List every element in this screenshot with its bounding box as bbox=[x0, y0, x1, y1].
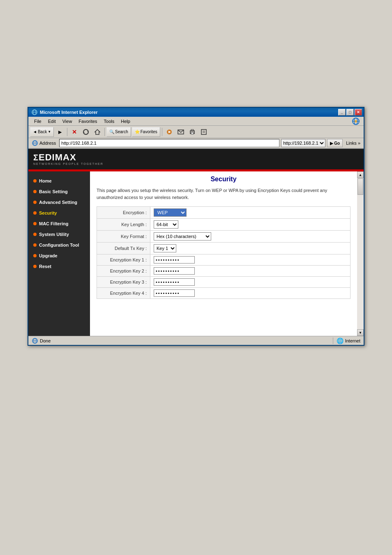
close-button[interactable]: ✕ bbox=[355, 109, 362, 116]
favorites-label: Favorites bbox=[141, 130, 157, 134]
page-title: Security bbox=[97, 176, 350, 183]
enc-key1-value-cell bbox=[150, 254, 350, 266]
browser-content: ΣEDIMAX NETWORKING PEOPLE TOGETHER Home … bbox=[28, 149, 364, 336]
enc-key4-value-cell bbox=[150, 288, 350, 299]
enc-key4-row: Encryption Key 4 : bbox=[97, 288, 350, 299]
favorites-icon: ⭐ bbox=[135, 130, 140, 134]
sidebar-item-security[interactable]: Security bbox=[28, 208, 90, 218]
enc-key1-label: Encryption Key 1 : bbox=[97, 254, 150, 266]
edimax-header: ΣEDIMAX NETWORKING PEOPLE TOGETHER bbox=[28, 149, 364, 169]
menu-edit[interactable]: Edit bbox=[46, 118, 58, 125]
toolbar-separator-2 bbox=[104, 128, 105, 136]
toolbar: ◄ Back ▼ ► ✕ 🔍 Search ⭐ Favorite bbox=[28, 126, 364, 138]
enc-key1-input[interactable] bbox=[154, 256, 195, 264]
sidebar-dot-mac bbox=[33, 222, 37, 225]
menu-tools[interactable]: Tools bbox=[101, 118, 117, 125]
content-area: Security This page allows you setup the … bbox=[90, 171, 357, 336]
sidebar-dot-basic bbox=[33, 190, 37, 193]
back-arrow-icon: ◄ bbox=[33, 130, 37, 134]
maximize-button[interactable]: □ bbox=[346, 109, 354, 116]
address-bar: Address http://192.168.2.1 ▶ Go Links » bbox=[28, 138, 364, 149]
stop-button[interactable]: ✕ bbox=[69, 127, 80, 137]
sidebar-label-upgrade: Upgrade bbox=[39, 253, 58, 258]
scroll-up-button[interactable]: ▲ bbox=[357, 171, 364, 178]
key-length-row: Key Length : 64-bit 128-bit bbox=[97, 219, 350, 231]
minimize-button[interactable]: _ bbox=[338, 109, 346, 116]
address-text-label: Address bbox=[39, 141, 56, 146]
enc-key2-label: Encryption Key 2 : bbox=[97, 266, 150, 277]
sidebar-label-security: Security bbox=[39, 210, 57, 215]
enc-key2-row: Encryption Key 2 : bbox=[97, 266, 350, 277]
back-label: Back bbox=[38, 130, 47, 134]
edimax-logo: ΣEDIMAX NETWORKING PEOPLE TOGETHER bbox=[33, 153, 104, 165]
search-label: Search bbox=[115, 130, 128, 134]
sidebar-item-upgrade[interactable]: Upgrade bbox=[28, 250, 90, 261]
encryption-select[interactable]: WEP None WPA bbox=[154, 208, 187, 217]
enc-key3-value-cell bbox=[150, 277, 350, 288]
status-bar: Done 🌐 Internet bbox=[28, 336, 364, 345]
scroll-down-button[interactable]: ▼ bbox=[357, 329, 364, 336]
enc-key3-label: Encryption Key 3 : bbox=[97, 277, 150, 288]
title-bar-controls: _ □ ✕ bbox=[338, 109, 362, 116]
sidebar-item-config-tool[interactable]: Configuration Tool bbox=[28, 240, 90, 250]
edimax-brand-name: EDIMAX bbox=[39, 152, 76, 162]
key-format-select[interactable]: Hex (10 characters) ASCII (5 characters) bbox=[154, 232, 211, 240]
svg-marker-9 bbox=[95, 130, 100, 134]
home-button[interactable] bbox=[92, 127, 103, 137]
go-button[interactable]: ▶ Go bbox=[327, 139, 343, 147]
scroll-thumb[interactable] bbox=[357, 178, 363, 195]
search-button[interactable]: 🔍 Search bbox=[106, 127, 131, 137]
menu-view[interactable]: View bbox=[60, 118, 75, 125]
enc-key3-row: Encryption Key 3 : bbox=[97, 277, 350, 288]
menu-help[interactable]: Help bbox=[118, 118, 133, 125]
menu-file[interactable]: File bbox=[32, 118, 44, 125]
enc-key2-input[interactable] bbox=[154, 267, 195, 275]
sidebar-label-home: Home bbox=[39, 178, 52, 183]
edimax-tagline: NETWORKING PEOPLE TOGETHER bbox=[33, 162, 104, 165]
key-format-row: Key Format : Hex (10 characters) ASCII (… bbox=[97, 231, 350, 243]
default-tx-key-select[interactable]: Key 1 Key 2 Key 3 Key 4 bbox=[154, 244, 176, 252]
key-length-select[interactable]: 64-bit 128-bit bbox=[154, 220, 178, 229]
sidebar-label-advanced: Advanced Setting bbox=[39, 200, 77, 205]
scrollbar: ▲ ▼ bbox=[357, 171, 364, 336]
sidebar-label-basic: Basic Setting bbox=[39, 189, 68, 194]
address-input[interactable] bbox=[59, 139, 279, 147]
sidebar-label-system: System Utility bbox=[39, 232, 69, 237]
sidebar-item-system-utility[interactable]: System Utility bbox=[28, 229, 90, 240]
links-button[interactable]: Links » bbox=[344, 141, 362, 146]
media-button[interactable] bbox=[164, 127, 175, 137]
mail-button[interactable] bbox=[175, 127, 186, 137]
status-page-icon bbox=[32, 338, 38, 344]
encryption-value-cell: WEP None WPA bbox=[150, 207, 350, 219]
default-tx-key-row: Default Tx Key : Key 1 Key 2 Key 3 Key 4 bbox=[97, 243, 350, 254]
sidebar-item-reset[interactable]: Reset bbox=[28, 261, 90, 272]
sidebar-item-advanced-setting[interactable]: Advanced Setting bbox=[28, 197, 90, 208]
key-length-value-cell: 64-bit 128-bit bbox=[150, 219, 350, 231]
print-button[interactable] bbox=[187, 127, 198, 137]
title-bar-left: Microsoft Internet Explorer bbox=[32, 109, 98, 115]
scroll-track bbox=[357, 178, 364, 329]
sidebar-item-mac-filtering[interactable]: MAC Filtering bbox=[28, 218, 90, 229]
menu-favorites[interactable]: Favorites bbox=[76, 118, 99, 125]
status-right: 🌐 Internet bbox=[333, 338, 360, 344]
enc-key3-input[interactable] bbox=[154, 278, 195, 286]
encryption-row: Encryption : WEP None WPA bbox=[97, 207, 350, 219]
security-form-table: Encryption : WEP None WPA Key Length : bbox=[97, 206, 350, 299]
key-format-value-cell: Hex (10 characters) ASCII (5 characters) bbox=[150, 231, 350, 243]
sidebar-item-home[interactable]: Home bbox=[28, 176, 90, 186]
back-button[interactable]: ◄ Back ▼ bbox=[30, 127, 54, 137]
edit-page-button[interactable] bbox=[198, 127, 209, 137]
encryption-label: Encryption : bbox=[97, 207, 150, 219]
enc-key4-input[interactable] bbox=[154, 289, 195, 297]
sidebar-dot-upgrade bbox=[33, 254, 37, 257]
address-dropdown[interactable]: http://192.168.2.1 bbox=[281, 139, 325, 147]
forward-button[interactable]: ► bbox=[55, 127, 65, 137]
menu-bar: File Edit View Favorites Tools Help bbox=[28, 117, 364, 126]
favorites-button[interactable]: ⭐ Favorites bbox=[132, 127, 160, 137]
sidebar-label-reset: Reset bbox=[39, 264, 51, 269]
refresh-button[interactable] bbox=[81, 127, 91, 137]
ie-title-icon bbox=[32, 109, 37, 115]
sidebar-dot-system bbox=[33, 233, 37, 236]
sidebar-item-basic-setting[interactable]: Basic Setting bbox=[28, 186, 90, 197]
enc-key2-value-cell bbox=[150, 266, 350, 277]
